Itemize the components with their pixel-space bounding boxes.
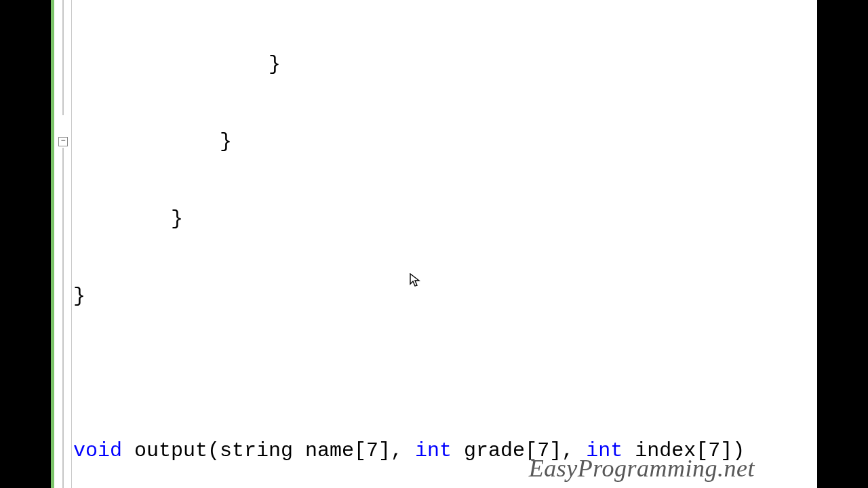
fold-guide-line <box>62 148 64 488</box>
code-editor-viewport[interactable]: − } } } } void output(string name[7], in… <box>51 0 817 488</box>
fold-minus-icon: − <box>60 136 65 146</box>
mouse-cursor-icon <box>336 244 347 259</box>
fold-guide-line <box>62 0 64 115</box>
code-line[interactable]: void output(string name[7], int grade[7]… <box>73 438 817 464</box>
code-line[interactable]: } <box>73 52 817 77</box>
fold-gutter: − <box>54 0 72 488</box>
keyword-int: int <box>415 439 452 462</box>
keyword-void: void <box>73 439 122 462</box>
fold-toggle-icon[interactable]: − <box>58 137 68 146</box>
code-line[interactable] <box>73 361 817 386</box>
code-line[interactable]: } <box>73 129 817 155</box>
code-area[interactable]: } } } } void output(string name[7], int … <box>72 0 817 488</box>
code-line[interactable]: } <box>73 206 817 232</box>
code-line[interactable]: } <box>73 283 817 309</box>
keyword-int: int <box>586 439 623 462</box>
